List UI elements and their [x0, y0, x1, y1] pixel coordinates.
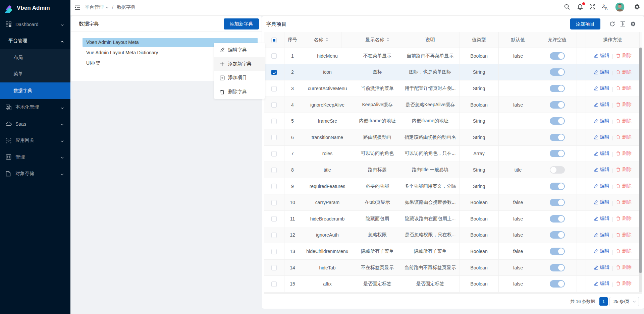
- row-checkbox[interactable]: [271, 119, 277, 124]
- row-checkbox[interactable]: [271, 233, 277, 238]
- header-cell-4[interactable]: 显示名称: [354, 32, 401, 48]
- add-item-button[interactable]: 添加项目: [570, 18, 600, 29]
- edit-link[interactable]: 编辑: [594, 53, 609, 59]
- context-menu-item-3[interactable]: 添加项目: [214, 71, 265, 85]
- context-menu-item-2[interactable]: 添加新字典: [214, 57, 265, 71]
- nullable-toggle[interactable]: [550, 150, 565, 157]
- sidebar-item-布局[interactable]: 布局: [0, 49, 70, 66]
- horizontal-scrollbar[interactable]: [264, 292, 642, 294]
- edit-link[interactable]: 编辑: [594, 183, 609, 189]
- page-size-select[interactable]: 25 条/页: [609, 297, 639, 306]
- delete-link[interactable]: 删除: [616, 167, 632, 173]
- nullable-toggle[interactable]: [550, 264, 565, 271]
- row-height-icon[interactable]: [620, 21, 626, 27]
- pagination-page-1[interactable]: 1: [599, 297, 608, 306]
- delete-link[interactable]: 删除: [616, 53, 632, 59]
- fullscreen-icon[interactable]: [589, 4, 596, 10]
- nullable-toggle[interactable]: [550, 215, 565, 223]
- nullable-toggle[interactable]: [550, 166, 565, 174]
- nullable-toggle[interactable]: [550, 183, 565, 190]
- delete-link[interactable]: 删除: [616, 150, 632, 156]
- edit-link[interactable]: 编辑: [594, 69, 609, 75]
- row-checkbox[interactable]: [271, 265, 277, 270]
- delete-link[interactable]: 删除: [616, 280, 632, 287]
- breadcrumb-item-dict[interactable]: 数据字典: [117, 4, 136, 10]
- sidebar-item-应用网关[interactable]: 应用网关: [0, 132, 70, 149]
- row-checkbox[interactable]: [271, 151, 277, 156]
- search-icon[interactable]: [564, 4, 571, 10]
- nullable-toggle[interactable]: [550, 248, 565, 255]
- refresh-icon[interactable]: [609, 21, 615, 27]
- sidebar-item-平台管理[interactable]: 平台管理: [0, 33, 70, 50]
- edit-link[interactable]: 编辑: [594, 248, 609, 254]
- sidebar-collapse-icon[interactable]: [74, 4, 80, 10]
- edit-link[interactable]: 编辑: [594, 232, 609, 238]
- nullable-toggle[interactable]: [550, 117, 565, 125]
- nullable-toggle[interactable]: [550, 101, 565, 109]
- sort-carets-icon[interactable]: [325, 37, 328, 43]
- edit-link[interactable]: 编辑: [594, 102, 609, 108]
- row-checkbox[interactable]: [271, 102, 277, 108]
- nullable-toggle[interactable]: [550, 68, 565, 76]
- select-all-checkbox[interactable]: [271, 38, 277, 43]
- delete-link[interactable]: 删除: [616, 134, 632, 140]
- nullable-toggle[interactable]: [550, 280, 565, 288]
- delete-link[interactable]: 删除: [616, 248, 632, 254]
- row-checkbox[interactable]: [271, 86, 277, 91]
- row-checkbox[interactable]: [271, 216, 277, 222]
- nullable-toggle[interactable]: [550, 85, 565, 92]
- edit-link[interactable]: 编辑: [594, 134, 609, 140]
- sidebar-item-数据字典[interactable]: 数据字典: [0, 82, 70, 99]
- row-checkbox[interactable]: [271, 135, 277, 140]
- vertical-scrollbar-thumb[interactable]: [639, 48, 642, 273]
- context-menu-item-1[interactable]: 编辑字典: [214, 43, 265, 57]
- table-settings-gear-icon[interactable]: [630, 21, 636, 27]
- edit-link[interactable]: 编辑: [594, 264, 609, 270]
- edit-link[interactable]: 编辑: [594, 167, 609, 173]
- nullable-toggle[interactable]: [550, 52, 565, 60]
- delete-link[interactable]: 删除: [616, 264, 632, 270]
- edit-link[interactable]: 编辑: [594, 280, 609, 287]
- add-dict-button[interactable]: 添加新字典: [224, 18, 259, 29]
- context-menu-item-4[interactable]: 删除字典: [214, 85, 265, 99]
- sidebar-item-本地化管理[interactable]: 本地化管理: [0, 99, 70, 116]
- sidebar-item-菜单[interactable]: 菜单: [0, 66, 70, 83]
- header-cell-2[interactable]: 名称: [301, 32, 341, 48]
- row-checkbox[interactable]: [271, 53, 277, 59]
- app-logo[interactable]: Vben Admin: [0, 0, 70, 16]
- delete-link[interactable]: 删除: [616, 183, 632, 189]
- sidebar-item-对象存储[interactable]: 对象存储: [0, 166, 70, 182]
- sidebar-item-管理[interactable]: 管理: [0, 149, 70, 166]
- translate-icon[interactable]: 文A: [602, 4, 608, 10]
- nullable-toggle[interactable]: [550, 231, 565, 239]
- delete-link[interactable]: 删除: [616, 85, 632, 91]
- edit-link[interactable]: 编辑: [594, 85, 609, 91]
- row-checkbox[interactable]: [271, 70, 277, 75]
- delete-link[interactable]: 删除: [616, 118, 632, 124]
- sidebar-item-dashboard[interactable]: Dashboard: [0, 16, 70, 33]
- nullable-toggle[interactable]: [550, 199, 565, 206]
- header-cell-7: 默认值: [498, 32, 538, 48]
- row-checkbox[interactable]: [271, 249, 277, 254]
- row-checkbox[interactable]: [271, 184, 277, 189]
- row-checkbox[interactable]: [271, 281, 277, 287]
- edit-link[interactable]: 编辑: [594, 199, 609, 205]
- cell-spacer2: [577, 129, 586, 145]
- delete-link[interactable]: 删除: [616, 215, 632, 222]
- breadcrumb-item-platform[interactable]: 平台管理: [85, 4, 104, 10]
- delete-link[interactable]: 删除: [616, 69, 632, 75]
- sidebar-item-saas[interactable]: Saas: [0, 116, 70, 132]
- row-checkbox[interactable]: [271, 168, 277, 173]
- avatar[interactable]: [615, 3, 625, 12]
- sort-carets-icon[interactable]: [386, 37, 389, 43]
- delete-link[interactable]: 删除: [616, 199, 632, 205]
- edit-link[interactable]: 编辑: [594, 118, 609, 124]
- row-checkbox[interactable]: [271, 200, 277, 205]
- delete-link[interactable]: 删除: [616, 232, 632, 238]
- edit-link[interactable]: 编辑: [594, 150, 609, 156]
- notification-bell-icon[interactable]: [577, 4, 584, 10]
- nullable-toggle[interactable]: [550, 134, 565, 141]
- delete-link[interactable]: 删除: [616, 102, 632, 108]
- settings-gear-icon[interactable]: [634, 4, 641, 10]
- edit-link[interactable]: 编辑: [594, 215, 609, 222]
